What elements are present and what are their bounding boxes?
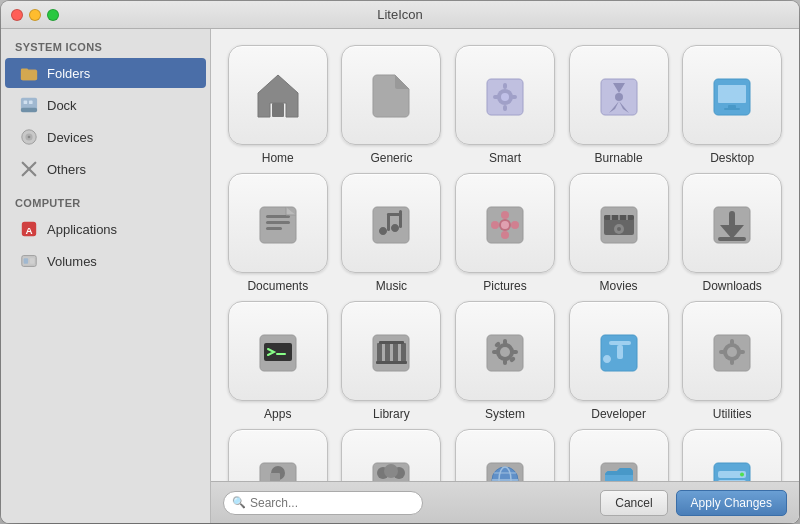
svg-rect-6: [29, 101, 33, 105]
svg-point-46: [617, 227, 621, 231]
apply-changes-button[interactable]: Apply Changes: [676, 490, 787, 516]
svg-rect-51: [377, 343, 382, 363]
music-label: Music: [376, 279, 407, 293]
icon-cell-group[interactable]: Group: [337, 429, 447, 481]
svg-rect-49: [264, 343, 292, 361]
search-input[interactable]: [250, 496, 414, 510]
search-box[interactable]: 🔍: [223, 491, 423, 515]
icon-box-utilities[interactable]: [682, 301, 782, 401]
icon-box-server-apps[interactable]: [682, 429, 782, 481]
svg-rect-25: [718, 85, 746, 103]
icon-box-burnable[interactable]: [569, 45, 669, 145]
cancel-button[interactable]: Cancel: [600, 490, 667, 516]
icon-cell-users[interactable]: Users: [223, 429, 333, 481]
icon-box-home[interactable]: [228, 45, 328, 145]
utilities-label: Utilities: [713, 407, 752, 421]
icon-box-developer[interactable]: [569, 301, 669, 401]
library-label: Library: [373, 407, 410, 421]
icon-cell-documents[interactable]: Documents: [223, 173, 333, 293]
icon-cell-sites[interactable]: Sites: [564, 429, 674, 481]
icon-box-desktop[interactable]: [682, 45, 782, 145]
svg-rect-56: [379, 341, 404, 344]
svg-rect-71: [719, 350, 725, 354]
icon-box-documents[interactable]: [228, 173, 328, 273]
svg-rect-59: [503, 339, 507, 345]
icon-box-library[interactable]: [341, 301, 441, 401]
icon-cell-music[interactable]: Music: [337, 173, 447, 293]
svg-rect-54: [401, 343, 406, 363]
smart-label: Smart: [489, 151, 521, 165]
sidebar-item-volumes[interactable]: Volumes: [5, 246, 206, 276]
icon-box-smart[interactable]: [455, 45, 555, 145]
icon-box-public[interactable]: [455, 429, 555, 481]
burnable-label: Burnable: [595, 151, 643, 165]
applications-label: Applications: [47, 222, 117, 237]
icon-cell-utilities[interactable]: Utilities: [677, 301, 787, 421]
svg-rect-20: [503, 83, 507, 89]
svg-rect-65: [609, 341, 631, 345]
icon-box-movies[interactable]: [569, 173, 669, 273]
svg-point-35: [501, 211, 509, 219]
sidebar-item-applications[interactable]: A Applications: [5, 214, 206, 244]
dock-icon: [19, 95, 39, 115]
icon-cell-burnable[interactable]: Burnable: [564, 45, 674, 165]
svg-rect-53: [393, 343, 398, 363]
icon-box-music[interactable]: [341, 173, 441, 273]
svg-rect-72: [739, 350, 745, 354]
sidebar-item-devices[interactable]: Devices: [5, 122, 206, 152]
movies-label: Movies: [600, 279, 638, 293]
others-label: Others: [47, 162, 86, 177]
content-area: SYSTEM ICONS Folders: [1, 29, 799, 523]
icon-cell-public[interactable]: Public: [450, 429, 560, 481]
svg-rect-70: [730, 359, 734, 365]
svg-rect-21: [503, 105, 507, 111]
svg-text:A: A: [25, 225, 32, 236]
icon-cell-library[interactable]: Library: [337, 301, 447, 421]
icon-box-sites[interactable]: [569, 429, 669, 481]
svg-point-9: [28, 136, 31, 139]
icon-box-apps[interactable]: [228, 301, 328, 401]
sidebar-item-others[interactable]: Others: [5, 154, 206, 184]
icon-cell-smart[interactable]: Smart: [450, 45, 560, 165]
svg-rect-33: [387, 213, 402, 216]
svg-rect-2: [21, 70, 37, 80]
icon-cell-movies[interactable]: Movies: [564, 173, 674, 293]
volumes-label: Volumes: [47, 254, 97, 269]
devices-icon: [19, 127, 39, 147]
others-icon: [19, 159, 39, 179]
svg-rect-22: [493, 95, 499, 99]
minimize-button[interactable]: [29, 9, 41, 21]
icon-cell-pictures[interactable]: Pictures: [450, 173, 560, 293]
icon-cell-server-apps[interactable]: Server Apps: [677, 429, 787, 481]
icon-cell-desktop[interactable]: Desktop: [677, 45, 787, 165]
icon-box-users[interactable]: [228, 429, 328, 481]
svg-rect-17: [272, 103, 284, 117]
icon-cell-downloads[interactable]: Downloads: [677, 173, 787, 293]
window-title: LiteIcon: [377, 7, 423, 22]
svg-point-38: [511, 221, 519, 229]
main-panel: Home Generic: [211, 29, 799, 523]
pictures-label: Pictures: [483, 279, 526, 293]
icon-box-generic[interactable]: [341, 45, 441, 145]
svg-rect-48: [718, 237, 746, 241]
icon-box-downloads[interactable]: [682, 173, 782, 273]
icon-cell-system[interactable]: System: [450, 301, 560, 421]
close-button[interactable]: [11, 9, 23, 21]
icon-box-pictures[interactable]: [455, 173, 555, 273]
svg-rect-60: [503, 359, 507, 365]
icon-cell-apps[interactable]: Apps: [223, 301, 333, 421]
svg-rect-27: [724, 108, 740, 110]
downloads-label: Downloads: [703, 279, 762, 293]
icon-grid-area: Home Generic: [211, 29, 799, 481]
maximize-button[interactable]: [47, 9, 59, 21]
icon-box-group[interactable]: [341, 429, 441, 481]
sidebar-item-folders[interactable]: Folders: [5, 58, 206, 88]
icon-cell-developer[interactable]: Developer: [564, 301, 674, 421]
desktop-label: Desktop: [710, 151, 754, 165]
svg-rect-74: [270, 473, 280, 481]
icon-cell-generic[interactable]: Generic: [337, 45, 447, 165]
svg-rect-52: [385, 343, 390, 363]
sidebar-item-dock[interactable]: Dock: [5, 90, 206, 120]
icon-cell-home[interactable]: Home: [223, 45, 333, 165]
icon-box-system[interactable]: [455, 301, 555, 401]
